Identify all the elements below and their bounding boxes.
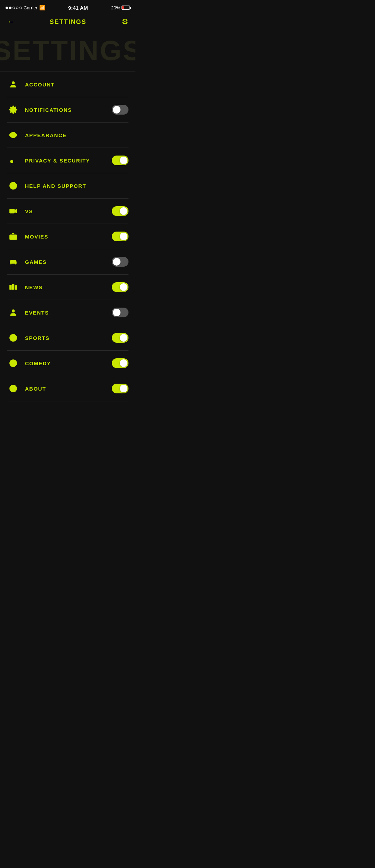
camera-icon	[7, 205, 19, 217]
status-bar: Carrier 📶 9:41 AM 20%	[0, 0, 135, 14]
tv-icon	[7, 230, 19, 243]
smile-icon	[7, 357, 19, 369]
books-icon	[7, 281, 19, 293]
svg-line-4	[16, 158, 16, 159]
status-left: Carrier 📶	[6, 5, 45, 10]
battery-percent: 20%	[111, 5, 120, 10]
vs-label: VS	[25, 208, 106, 214]
settings-item-news[interactable]: NEWS	[7, 275, 128, 300]
flag-icon	[7, 306, 19, 319]
gear-icon[interactable]: ⚙	[122, 17, 128, 26]
dot1	[6, 7, 8, 9]
battery-fill	[122, 6, 124, 9]
svg-rect-13	[12, 284, 15, 290]
privacy-label: PRIVACY & SECURITY	[25, 158, 106, 164]
events-label: EVENTS	[25, 310, 106, 316]
news-label: NEWS	[25, 284, 106, 290]
car-icon	[7, 256, 19, 268]
vs-toggle-knob	[120, 207, 127, 215]
games-label: GAMES	[25, 259, 106, 265]
settings-item-vs[interactable]: VS	[7, 199, 128, 224]
gear-icon	[7, 103, 19, 116]
status-time: 9:41 AM	[68, 5, 88, 11]
settings-item-movies[interactable]: MOVIES	[7, 224, 128, 249]
signal-dots	[6, 7, 22, 9]
comedy-toggle-knob	[120, 359, 127, 367]
games-toggle[interactable]	[112, 257, 128, 267]
settings-item-games[interactable]: GAMES	[7, 249, 128, 275]
settings-item-notifications[interactable]: NOTIFICATIONS	[7, 97, 128, 123]
settings-item-privacy[interactable]: PRIVACY & SECURITY	[7, 148, 128, 173]
soccer-icon	[7, 332, 19, 344]
settings-item-appearance[interactable]: APPEARANCE	[7, 123, 128, 148]
settings-item-sports[interactable]: SPORTS	[7, 325, 128, 351]
dot2	[9, 7, 11, 9]
notifications-toggle-knob	[113, 106, 120, 114]
svg-marker-8	[15, 209, 17, 214]
account-label: ACCOUNT	[25, 82, 128, 87]
events-toggle-knob	[113, 309, 120, 316]
svg-point-1	[12, 134, 15, 136]
news-toggle[interactable]	[112, 282, 128, 292]
settings-item-comedy[interactable]: COMEDY	[7, 351, 128, 376]
settings-item-about[interactable]: ABOUT	[7, 376, 128, 401]
key-icon	[7, 154, 19, 167]
wifi-icon: 📶	[39, 5, 45, 10]
person-icon	[7, 78, 19, 91]
header: ← SETTINGS ⚙	[0, 14, 135, 30]
svg-point-2	[10, 160, 13, 163]
vs-toggle[interactable]	[112, 206, 128, 216]
settings-item-account[interactable]: ACCOUNT	[7, 72, 128, 97]
sports-label: SPORTS	[25, 335, 106, 341]
svg-point-19	[9, 359, 17, 367]
svg-point-10	[11, 262, 12, 263]
help-label: HELP AND SUPPORT	[25, 183, 128, 189]
eye-icon	[7, 129, 19, 141]
notifications-toggle[interactable]	[112, 105, 128, 115]
svg-rect-9	[9, 235, 17, 240]
comedy-toggle[interactable]	[112, 358, 128, 368]
notifications-label: NOTIFICATIONS	[25, 107, 106, 113]
svg-point-15	[12, 309, 15, 312]
svg-point-22	[9, 385, 17, 392]
page-title: SETTINGS	[50, 18, 86, 26]
sports-toggle[interactable]	[112, 333, 128, 343]
movies-toggle[interactable]	[112, 232, 128, 241]
dot5	[19, 7, 22, 9]
comedy-label: COMEDY	[25, 360, 106, 366]
battery-icon	[122, 6, 130, 10]
news-toggle-knob	[120, 283, 127, 291]
svg-point-0	[12, 81, 15, 84]
svg-point-11	[14, 262, 15, 263]
status-right: 20%	[111, 5, 130, 10]
games-toggle-knob	[113, 258, 120, 266]
bg-watermark: SETTINGS	[0, 30, 135, 72]
bg-text-label: SETTINGS	[0, 35, 135, 67]
info-icon	[7, 382, 19, 395]
settings-item-events[interactable]: EVENTS	[7, 300, 128, 325]
support-icon	[7, 180, 19, 192]
about-toggle-knob	[120, 385, 127, 392]
svg-point-6	[12, 184, 14, 185]
appearance-label: APPEARANCE	[25, 132, 128, 138]
svg-rect-14	[15, 285, 17, 290]
svg-rect-12	[9, 285, 12, 290]
back-button[interactable]: ←	[7, 17, 15, 26]
privacy-toggle[interactable]	[112, 156, 128, 165]
movies-label: MOVIES	[25, 234, 106, 240]
settings-list: ACCOUNTNOTIFICATIONSAPPEARANCEPRIVACY & …	[0, 72, 135, 401]
svg-line-3	[13, 157, 16, 160]
privacy-toggle-knob	[120, 157, 127, 164]
svg-rect-7	[9, 209, 15, 214]
dot3	[12, 7, 15, 9]
about-toggle[interactable]	[112, 384, 128, 393]
movies-toggle-knob	[120, 233, 127, 240]
carrier-label: Carrier	[24, 5, 38, 10]
about-label: ABOUT	[25, 386, 106, 392]
settings-item-help[interactable]: HELP AND SUPPORT	[7, 173, 128, 199]
dot4	[16, 7, 18, 9]
sports-toggle-knob	[120, 334, 127, 342]
events-toggle[interactable]	[112, 308, 128, 317]
